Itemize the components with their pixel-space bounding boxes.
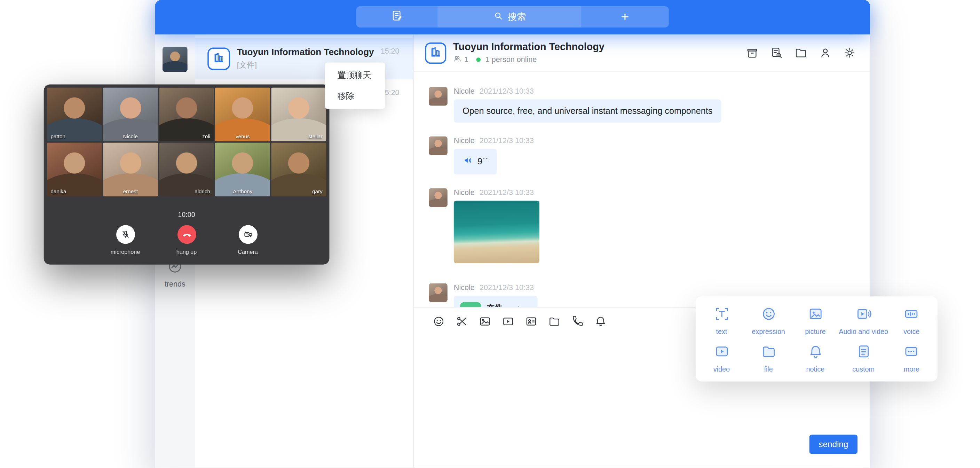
folder-icon: [760, 343, 777, 362]
chat-pane: Tuoyun Information Technology 1 1 person…: [414, 35, 870, 468]
top-bar: 搜索 +: [155, 0, 870, 35]
participant-tile: danika: [47, 142, 102, 196]
members-manage-icon[interactable]: [819, 46, 832, 59]
feature-label: file: [764, 365, 773, 372]
search-icon: [493, 11, 504, 23]
video-play-icon: [713, 343, 730, 362]
members-icon: [453, 54, 462, 65]
participant-grid: patton Nicole zoli venus stellar danika …: [47, 88, 326, 196]
message-sender: Nicole: [454, 87, 475, 96]
participant-name: stellar: [272, 133, 326, 140]
send-button[interactable]: sending: [810, 434, 858, 454]
camera-label: Camera: [238, 249, 258, 255]
camera-off-icon: [239, 225, 257, 244]
video-icon[interactable]: [502, 315, 514, 327]
sender-avatar[interactable]: [429, 87, 447, 106]
notes-button[interactable]: [356, 6, 438, 27]
feature-more[interactable]: more: [888, 339, 935, 377]
feature-label: notice: [806, 365, 824, 372]
message-time: 2021/12/3 10:33: [480, 283, 534, 292]
participant-tile: aldrich: [159, 142, 214, 196]
building-icon: [430, 45, 442, 60]
voice-icon: [904, 305, 920, 324]
file-message-card[interactable]: 文件.excel 12.8M: [454, 295, 538, 307]
image-icon[interactable]: [479, 315, 492, 327]
file-folder-icon[interactable]: [548, 315, 561, 327]
participant-tile: Nicole: [103, 88, 158, 141]
feature-panel: text expression picture: [696, 296, 937, 381]
add-button[interactable]: +: [581, 6, 668, 27]
notice-board-icon[interactable]: [746, 46, 759, 59]
feature-label: picture: [805, 327, 826, 335]
participant-name: Anthony: [215, 188, 270, 195]
more-icon: [904, 343, 920, 362]
emoji-icon[interactable]: [433, 315, 445, 327]
feature-label: Audio and video: [839, 327, 888, 335]
notification-bell-icon[interactable]: [594, 315, 607, 327]
participant-name: zoli: [159, 133, 214, 140]
feature-audio-video[interactable]: Audio and video: [839, 302, 888, 339]
participant-tile: gary: [272, 142, 326, 196]
message-list: Nicole2021/12/3 10:33 Open source, free,…: [414, 72, 870, 307]
feature-notice[interactable]: notice: [792, 339, 839, 377]
expression-icon: [760, 305, 777, 324]
feature-custom[interactable]: custom: [839, 339, 888, 377]
feature-file[interactable]: file: [745, 339, 792, 377]
speaker-icon: [463, 155, 473, 168]
sender-avatar[interactable]: [429, 283, 447, 302]
page: 搜索 + trends: [0, 0, 980, 468]
menu-item-pin-chat[interactable]: 置顶聊天: [325, 65, 385, 86]
feature-picture[interactable]: picture: [792, 302, 839, 339]
feature-expression[interactable]: expression: [745, 302, 792, 339]
message-body: Nicole2021/12/3 10:33 9``: [454, 136, 534, 175]
history-search-icon[interactable]: [770, 46, 783, 59]
message: Nicole2021/12/3 10:33 9``: [429, 136, 870, 175]
group-avatar-box: [207, 47, 230, 70]
hangup-icon: [177, 225, 196, 244]
contact-card-icon[interactable]: [525, 315, 538, 327]
participant-name: gary: [272, 188, 326, 195]
hangup-button[interactable]: hang up: [167, 225, 206, 255]
participant-tile: Anthony: [215, 142, 270, 196]
microphone-button[interactable]: microphone: [106, 225, 145, 255]
participant-tile: ernest: [103, 142, 158, 196]
feature-video[interactable]: video: [698, 339, 745, 377]
sender-avatar[interactable]: [429, 188, 447, 207]
participant-name: aldrich: [159, 188, 214, 195]
files-icon[interactable]: [794, 46, 808, 59]
message-time: 2021/12/3 10:33: [480, 136, 534, 145]
call-controls: microphone hang up Camera: [47, 225, 326, 255]
search-box[interactable]: 搜索: [438, 6, 581, 27]
call-timer: 10:00: [47, 211, 326, 218]
feature-voice[interactable]: voice: [888, 302, 935, 339]
video-call-overlay: patton Nicole zoli venus stellar danika …: [44, 84, 329, 264]
text-message-bubble[interactable]: Open source, free, and universal instant…: [454, 100, 721, 123]
voice-message-bubble[interactable]: 9``: [454, 149, 497, 174]
call-icon[interactable]: [571, 315, 584, 327]
feature-label: more: [904, 365, 920, 372]
file-name: 文件: [487, 303, 503, 307]
menu-item-remove[interactable]: 移除: [325, 86, 385, 106]
message-body: Nicole2021/12/3 10:33 文件.excel: [454, 283, 538, 307]
file-ext: .excel: [504, 305, 519, 307]
feature-label: video: [713, 365, 730, 372]
sender-avatar[interactable]: [429, 136, 447, 155]
chat-header-texts: Tuoyun Information Technology 1 1 person…: [453, 41, 605, 65]
participant-name: venus: [215, 133, 270, 140]
online-text: 1 person online: [485, 55, 537, 64]
participant-name: danika: [47, 188, 102, 195]
message-meta: Nicole2021/12/3 10:33: [454, 283, 538, 292]
chat-subheader: 1 1 person online: [453, 54, 605, 65]
audio-video-icon: [856, 305, 872, 324]
my-avatar[interactable]: [162, 47, 188, 72]
conversation-title: Tuoyun Information Technology: [237, 47, 402, 57]
message-meta: Nicole2021/12/3 10:33: [454, 136, 534, 145]
image-message[interactable]: [454, 201, 539, 263]
message-time: 2021/12/3 10:33: [480, 87, 534, 96]
feature-text[interactable]: text: [698, 302, 745, 339]
participant-tile: zoli: [159, 88, 214, 141]
group-avatar-box[interactable]: [425, 42, 446, 63]
settings-gear-icon[interactable]: [843, 46, 856, 59]
screenshot-scissors-icon[interactable]: [455, 315, 468, 327]
camera-button[interactable]: Camera: [228, 225, 267, 255]
